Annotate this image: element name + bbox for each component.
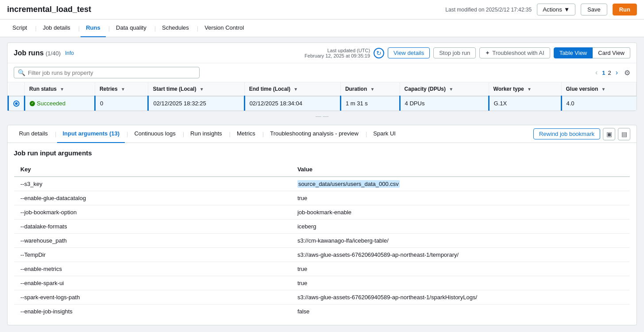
tab-sep-1: |	[35, 25, 36, 31]
args-value-cell: s3://aws-glue-assets-676206940589-ap-nor…	[291, 248, 630, 262]
chevron-down-icon: ▼	[564, 6, 570, 13]
end-time-sort-icon: ▼	[293, 87, 298, 92]
args-table-row: --datalake-formatsiceberg	[14, 220, 630, 234]
info-link[interactable]: Info	[65, 50, 74, 56]
highlighted-value: source_data/users/users_data_000.csv	[297, 180, 400, 188]
start-time-header[interactable]: Start time (Local) ▼	[148, 82, 244, 96]
rewind-job-bookmark-button[interactable]: Rewind job bookmark	[533, 128, 600, 139]
run-status-header[interactable]: Run status ▼	[25, 82, 95, 96]
ai-icon: ✦	[485, 50, 490, 56]
panel-view-icon-1[interactable]: ▣	[603, 128, 615, 140]
run-button[interactable]: Run	[613, 4, 637, 15]
tab-metrics[interactable]: Metrics	[231, 125, 261, 143]
tab-script[interactable]: Script	[7, 19, 32, 37]
tab-runs[interactable]: Runs	[81, 19, 106, 37]
stop-job-button[interactable]: Stop job run	[433, 47, 476, 58]
prev-page-button[interactable]: ‹	[594, 68, 599, 77]
tab-input-arguments[interactable]: Input arguments (13)	[57, 125, 125, 143]
tab-data-quality[interactable]: Data quality	[111, 19, 152, 37]
tab-troubleshooting-analysis[interactable]: Troubleshooting analysis - preview	[265, 125, 364, 143]
args-table-row: --enable-glue-datacatalogtrue	[14, 191, 630, 205]
args-key-cell: --enable-metrics	[14, 262, 291, 276]
row-status-cell: Succeeded	[25, 96, 95, 111]
panel-view-icon-2[interactable]: ▤	[618, 128, 630, 140]
main-content: Job runs (1/40) Info Last updated (UTC) …	[0, 37, 644, 331]
app-title: incremental_load_test	[7, 5, 91, 14]
args-table: Key Value --s3_keysource_data/users/user…	[14, 162, 630, 319]
row-retries-cell: 0	[95, 96, 148, 111]
top-header: incremental_load_test Last modified on 2…	[0, 0, 644, 19]
tab-spark-ui[interactable]: Spark UI	[368, 125, 401, 143]
table-row[interactable]: Succeeded 0 02/12/2025 18:32:25 02/12/20…	[8, 96, 636, 111]
capacity-sort-icon: ▼	[449, 87, 453, 92]
args-key-cell: --datalake-formats	[14, 220, 291, 234]
tab-schedules[interactable]: Schedules	[157, 19, 194, 37]
end-time-header[interactable]: End time (Local) ▼	[244, 82, 340, 96]
args-panel: Job run input arguments Key Value --s3_k…	[8, 143, 636, 325]
tab-sep-2: |	[78, 25, 80, 31]
args-table-header: Key Value	[14, 162, 630, 177]
args-value-cell: true	[291, 191, 630, 205]
refresh-icon[interactable]: ↻	[374, 48, 384, 58]
tab-run-insights[interactable]: Run insights	[185, 125, 228, 143]
duration-header[interactable]: Duration ▼	[340, 82, 400, 96]
pagination-controls: ‹ 1 2 › ⚙	[594, 68, 630, 77]
save-button[interactable]: Save	[581, 4, 607, 15]
args-table-row: --warehouse_paths3://cm-kawanago-lfa/ice…	[14, 234, 630, 248]
args-key-cell: --s3_key	[14, 177, 291, 191]
search-box[interactable]: 🔍	[14, 67, 200, 78]
glue-version-header[interactable]: Glue version ▼	[561, 82, 636, 96]
job-runs-title: Job runs (1/40)	[14, 49, 61, 57]
select-col-header	[8, 82, 25, 96]
tab-continuous-logs[interactable]: Continuous logs	[129, 125, 181, 143]
table-view-button[interactable]: Table View	[554, 47, 593, 58]
start-time-sort-icon: ▼	[200, 87, 204, 92]
page-2-number[interactable]: 2	[608, 69, 611, 76]
row-select-cell[interactable]	[8, 96, 25, 111]
tab-sep-4: |	[154, 25, 156, 31]
glue-version-sort-icon: ▼	[602, 87, 606, 92]
row-duration-cell: 1 m 31 s	[340, 96, 400, 111]
view-details-button[interactable]: View details	[388, 47, 430, 58]
args-key-cell: --enable-glue-datacatalog	[14, 191, 291, 205]
args-key-cell: --job-bookmark-option	[14, 205, 291, 220]
row-capacity-cell: 4 DPUs	[400, 96, 489, 111]
row-end-time-cell: 02/12/2025 18:34:04	[244, 96, 340, 111]
args-table-row: --s3_keysource_data/users/users_data_000…	[14, 177, 630, 191]
args-value-cell: true	[291, 262, 630, 276]
actions-button[interactable]: Actions ▼	[537, 4, 575, 15]
args-table-row: --enable-metricstrue	[14, 262, 630, 276]
page-1-number[interactable]: 1	[602, 69, 605, 76]
args-value-cell: iceberg	[291, 220, 630, 234]
table-settings-icon[interactable]: ⚙	[624, 69, 630, 77]
args-key-cell: --warehouse_path	[14, 234, 291, 248]
worker-type-header[interactable]: Worker type ▼	[489, 82, 561, 96]
search-input[interactable]	[28, 69, 196, 76]
job-runs-count: (1/40)	[46, 50, 61, 57]
table-header-row: Run status ▼ Retries ▼ Start time (Local…	[8, 82, 636, 96]
tab-job-details[interactable]: Job details	[38, 19, 76, 37]
card-view-button[interactable]: Card View	[593, 47, 630, 58]
args-value-cell: true	[291, 276, 630, 290]
row-radio-selected[interactable]	[13, 100, 19, 107]
next-page-button[interactable]: ›	[614, 68, 620, 77]
panel-header-right: Last updated (UTC) February 12, 2025 at …	[305, 47, 630, 58]
args-key-cell: --spark-event-logs-path	[14, 290, 291, 305]
args-table-row: --job-bookmark-optionjob-bookmark-enable	[14, 205, 630, 220]
tab-version-control[interactable]: Version Control	[199, 19, 249, 37]
header-right: Last modified on 2025/2/12 17:42:35 Acti…	[445, 4, 637, 15]
row-worker-type-cell: G.1X	[489, 96, 561, 111]
args-title: Job run input arguments	[14, 149, 630, 157]
args-table-row: --enable-spark-uitrue	[14, 276, 630, 290]
bottom-section: Run details | Input arguments (13) | Con…	[7, 125, 637, 325]
args-value-cell: s3://cm-kawanago-lfa/iceberg-table/	[291, 234, 630, 248]
drag-handle[interactable]: ― ―	[7, 111, 637, 121]
troubleshoot-button[interactable]: ✦ Troubleshoot with AI	[479, 47, 550, 58]
tab-run-details[interactable]: Run details	[14, 125, 53, 143]
args-key-cell: --TempDir	[14, 248, 291, 262]
row-start-time-cell: 02/12/2025 18:32:25	[148, 96, 244, 111]
retries-header[interactable]: Retries ▼	[95, 82, 148, 96]
tab-sep-5: |	[197, 25, 198, 31]
capacity-header[interactable]: Capacity (DPUs) ▼	[400, 82, 489, 96]
bottom-tabs-right: Rewind job bookmark ▣ ▤	[533, 128, 630, 140]
